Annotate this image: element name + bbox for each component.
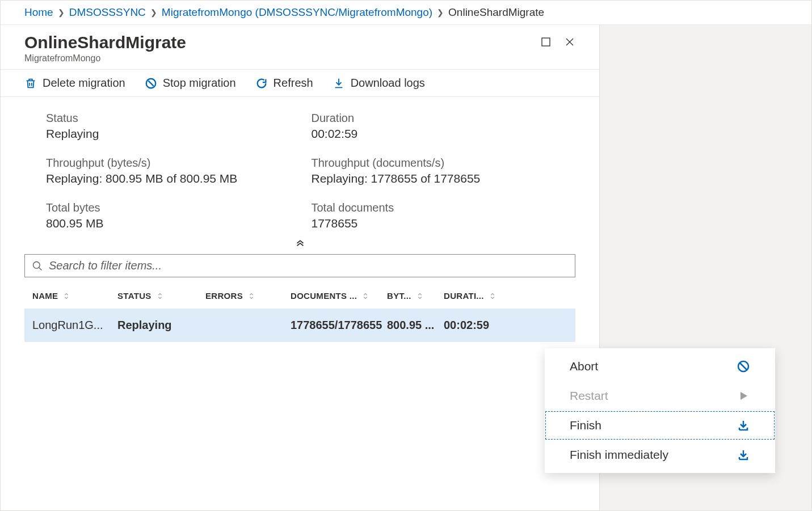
svg-point-2 (33, 261, 40, 268)
search-box[interactable] (24, 254, 575, 277)
stop-migration-button[interactable]: Stop migration (145, 77, 236, 90)
delete-migration-button[interactable]: Delete migration (24, 77, 125, 90)
sort-icon (416, 292, 424, 300)
breadcrumb: Home ❯ DMSOSSSYNC ❯ MigratefromMongo (DM… (1, 1, 811, 25)
chevron-right-icon: ❯ (150, 8, 157, 17)
collapse-up-icon[interactable] (295, 237, 305, 247)
ctx-finish[interactable]: Finish (545, 411, 775, 440)
context-menu: Abort Restart Finish Finish immediately (545, 348, 775, 473)
throughput-docs-label: Throughput (documents/s) (312, 157, 554, 170)
duration-value: 00:02:59 (312, 127, 554, 141)
ctx-abort[interactable]: Abort (545, 352, 775, 381)
search-input[interactable] (49, 259, 568, 272)
close-icon[interactable] (564, 36, 575, 48)
abort-icon (737, 360, 750, 373)
toolbar: Delete migration Stop migration Refresh … (1, 70, 599, 97)
col-name[interactable]: NAME (32, 291, 117, 301)
sort-icon (62, 292, 70, 300)
chevron-right-icon: ❯ (437, 8, 444, 17)
download-icon (737, 419, 750, 432)
blade-header: OnlineShardMigrate MigratefromMongo (1, 25, 599, 70)
table-row[interactable]: LongRun1G... Replaying 1778655/1778655 8… (24, 309, 575, 342)
page-subtitle: MigratefromMongo (24, 53, 186, 64)
download-icon (333, 77, 345, 90)
breadcrumb-current: OnlineShardMigrate (448, 6, 544, 19)
breadcrumb-link-migrate[interactable]: MigratefromMongo (DMSOSSSYNC/Migratefrom… (162, 6, 432, 19)
throughput-bytes-value: Replaying: 800.95 MB of 800.95 MB (46, 172, 289, 185)
cell-status: Replaying (117, 319, 205, 332)
download-logs-button[interactable]: Download logs (333, 77, 425, 90)
sort-icon (489, 292, 497, 300)
page-title: OnlineShardMigrate (24, 33, 186, 52)
chevron-right-icon: ❯ (58, 8, 65, 17)
total-docs-value: 1778655 (312, 217, 554, 230)
col-errors[interactable]: ERRORS (205, 291, 291, 301)
ctx-finish-immediately[interactable]: Finish immediately (545, 440, 775, 470)
svg-rect-0 (542, 38, 550, 46)
sort-icon (247, 292, 255, 300)
total-bytes-label: Total bytes (46, 201, 289, 214)
total-docs-label: Total documents (312, 201, 554, 214)
sort-icon (361, 292, 369, 300)
cell-bytes: 800.95 ... (387, 319, 444, 332)
migrations-table: NAME STATUS ERRORS DOCUMENTS ... BYT... … (24, 283, 575, 342)
details-grid: Status Replaying Duration 00:02:59 Throu… (1, 97, 599, 235)
col-bytes[interactable]: BYT... (387, 291, 444, 301)
throughput-docs-value: Replaying: 1778655 of 1778655 (312, 172, 554, 185)
status-value: Replaying (46, 127, 289, 141)
ctx-restart: Restart (545, 381, 775, 411)
col-duration[interactable]: DURATI... (444, 291, 543, 301)
total-bytes-value: 800.95 MB (46, 217, 289, 230)
duration-label: Duration (312, 112, 554, 125)
col-status[interactable]: STATUS (117, 291, 205, 301)
trash-icon (24, 77, 37, 90)
maximize-icon[interactable] (540, 36, 552, 48)
status-label: Status (46, 112, 289, 125)
breadcrumb-link-dms[interactable]: DMSOSSSYNC (69, 6, 146, 19)
cell-name: LongRun1G... (32, 319, 117, 332)
breadcrumb-link-home[interactable]: Home (24, 6, 53, 19)
table-header: NAME STATUS ERRORS DOCUMENTS ... BYT... … (24, 283, 575, 309)
col-documents[interactable]: DOCUMENTS ... (291, 291, 387, 301)
play-icon (737, 389, 750, 403)
cell-duration: 00:02:59 (444, 319, 543, 332)
stop-icon (145, 77, 157, 90)
refresh-button[interactable]: Refresh (255, 77, 313, 90)
sort-icon (156, 292, 164, 300)
search-icon (32, 260, 43, 272)
throughput-bytes-label: Throughput (bytes/s) (46, 157, 289, 170)
download-icon (737, 448, 750, 462)
cell-documents: 1778655/1778655 (291, 319, 387, 332)
refresh-icon (255, 77, 268, 90)
blade-panel: OnlineShardMigrate MigratefromMongo Dele… (1, 25, 600, 510)
